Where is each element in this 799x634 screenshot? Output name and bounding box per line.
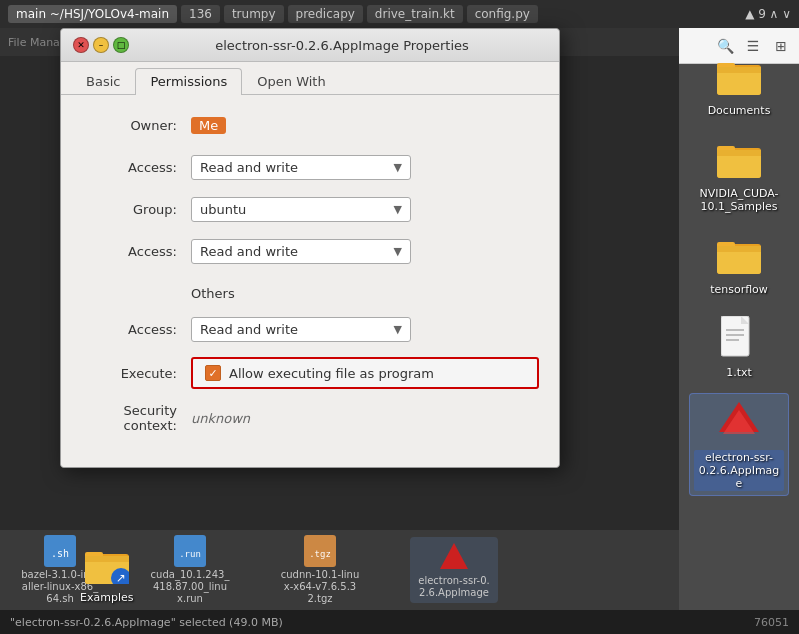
bottom-icon-appimage[interactable]: electron-ssr-0.2.6.AppImage bbox=[410, 537, 498, 603]
taskbar-item-trumpy[interactable]: trumpy bbox=[224, 5, 284, 23]
owner-access-select[interactable]: Read and write ▼ bbox=[191, 155, 411, 180]
window-buttons: ✕ – □ bbox=[73, 37, 129, 53]
chevron-down-icon: ▼ bbox=[394, 323, 402, 336]
bottom-file-label: cuda_10.1.243_418.87.00_linux.run bbox=[150, 569, 230, 605]
security-row: Security context: unknown bbox=[81, 403, 539, 433]
taskbar-item-main[interactable]: main ~/HSJ/YOLOv4-main bbox=[8, 5, 177, 23]
chevron-down-icon: ▼ bbox=[394, 245, 402, 258]
others-section-row: Others bbox=[81, 279, 539, 307]
group-access-row: Access: Read and write ▼ bbox=[81, 237, 539, 265]
svg-text:↗: ↗ bbox=[116, 571, 126, 584]
properties-dialog: ✕ – □ electron-ssr-0.2.6.AppImage Proper… bbox=[60, 28, 560, 468]
icon-label: NVIDIA_CUDA-10.1_Samples bbox=[694, 187, 784, 213]
appimage-icon bbox=[715, 398, 763, 446]
bottom-file-label: electron-ssr-0.2.6.AppImage bbox=[414, 575, 494, 599]
dialog-titlebar: ✕ – □ electron-ssr-0.2.6.AppImage Proper… bbox=[61, 29, 559, 62]
status-right: 76051 bbox=[754, 616, 789, 629]
desktop-icon-tensorflow[interactable]: tensorflow bbox=[706, 227, 772, 300]
group-access-label: Access: bbox=[81, 244, 191, 259]
folder-icon bbox=[715, 52, 763, 100]
icon-label: electron-ssr-0.2.6.AppImage bbox=[694, 450, 784, 491]
svg-text:.run: .run bbox=[179, 549, 201, 559]
taskbar-right-indicator: ▲ 9 ∧ ∨ bbox=[745, 7, 791, 21]
minimize-button[interactable]: – bbox=[93, 37, 109, 53]
svg-rect-28 bbox=[85, 556, 129, 562]
svg-rect-7 bbox=[717, 150, 761, 156]
folder-icon: ↗ bbox=[85, 546, 129, 587]
bottom-icon-cudnn[interactable]: .tgz cudnn-10.1-linux-x64-v7.6.5.32.tgz bbox=[280, 535, 360, 605]
group-label: Group: bbox=[81, 202, 191, 217]
permissions-content: Owner: Me Access: Read and write ▼ Group… bbox=[61, 95, 559, 467]
chevron-down-icon: ▼ bbox=[394, 203, 402, 216]
bottom-file-label: cudnn-10.1-linux-x64-v7.6.5.32.tgz bbox=[280, 569, 360, 605]
group-row: Group: ubuntu ▼ bbox=[81, 195, 539, 223]
desktop-icon-documents[interactable]: Documents bbox=[704, 48, 775, 121]
icon-label: tensorflow bbox=[710, 283, 768, 296]
others-access-select[interactable]: Read and write ▼ bbox=[191, 317, 411, 342]
execute-checkbox-label: Allow executing file as program bbox=[229, 366, 434, 381]
others-access-row: Access: Read and write ▼ bbox=[81, 315, 539, 343]
status-bar: "electron-ssr-0.2.6.AppImage" selected (… bbox=[0, 610, 799, 634]
taskbar: main ~/HSJ/YOLOv4-main 136 trumpy predic… bbox=[0, 0, 799, 28]
desktop-icon-1txt[interactable]: 1.txt bbox=[711, 310, 767, 383]
icon-label: Documents bbox=[708, 104, 771, 117]
group-select[interactable]: ubuntu ▼ bbox=[191, 197, 411, 222]
execute-box: ✓ Allow executing file as program bbox=[191, 357, 539, 389]
others-access-label: Access: bbox=[81, 322, 191, 337]
owner-label: Owner: bbox=[81, 118, 191, 133]
svg-rect-11 bbox=[717, 246, 761, 252]
dialog-title: electron-ssr-0.2.6.AppImage Properties bbox=[137, 38, 547, 53]
execute-checkbox[interactable]: ✓ bbox=[205, 365, 221, 381]
taskbar-item-predicapy[interactable]: predicapy bbox=[288, 5, 363, 23]
text-file-icon bbox=[715, 314, 763, 362]
owner-access-label: Access: bbox=[81, 160, 191, 175]
svg-text:.sh: .sh bbox=[51, 548, 69, 559]
owner-value: Me bbox=[191, 118, 539, 133]
tab-basic[interactable]: Basic bbox=[71, 68, 135, 94]
owner-row: Owner: Me bbox=[81, 111, 539, 139]
tab-open-with[interactable]: Open With bbox=[242, 68, 340, 94]
checkmark-icon: ✓ bbox=[208, 367, 217, 380]
folder-icon bbox=[715, 135, 763, 183]
execute-label: Execute: bbox=[81, 366, 191, 381]
maximize-button[interactable]: □ bbox=[113, 37, 129, 53]
group-access-select[interactable]: Read and write ▼ bbox=[191, 239, 411, 264]
desktop-icons-panel: Documents NVIDIA_CUDA-10.1_Samples tenso… bbox=[679, 28, 799, 574]
desktop-icon-nvidia[interactable]: NVIDIA_CUDA-10.1_Samples bbox=[690, 131, 788, 217]
status-text: "electron-ssr-0.2.6.AppImage" selected (… bbox=[10, 616, 283, 629]
bottom-icon-cuda[interactable]: .run cuda_10.1.243_418.87.00_linux.run bbox=[150, 535, 230, 605]
svg-text:.tgz: .tgz bbox=[309, 549, 331, 559]
taskbar-item-config[interactable]: config.py bbox=[467, 5, 538, 23]
close-button[interactable]: ✕ bbox=[73, 37, 89, 53]
svg-rect-3 bbox=[717, 67, 761, 73]
desktop-icon-appimage[interactable]: electron-ssr-0.2.6.AppImage bbox=[689, 393, 789, 496]
execute-row: Execute: ✓ Allow executing file as progr… bbox=[81, 357, 539, 389]
taskbar-item-drive[interactable]: drive_train.kt bbox=[367, 5, 463, 23]
security-value: unknown bbox=[191, 411, 250, 426]
chevron-down-icon: ▼ bbox=[394, 161, 402, 174]
owner-access-row: Access: Read and write ▼ bbox=[81, 153, 539, 181]
examples-label: Examples bbox=[80, 591, 133, 604]
owner-badge: Me bbox=[191, 117, 226, 134]
svg-marker-24 bbox=[440, 543, 468, 569]
owner-access-dropdown[interactable]: Read and write ▼ bbox=[191, 155, 539, 180]
dialog-tabs: Basic Permissions Open With bbox=[61, 62, 559, 95]
others-section-label: Others bbox=[191, 286, 235, 301]
desktop-icon-examples[interactable]: ↗ Examples bbox=[80, 546, 133, 604]
taskbar-item-136[interactable]: 136 bbox=[181, 5, 220, 23]
tab-permissions[interactable]: Permissions bbox=[135, 68, 242, 95]
folder-icon bbox=[715, 231, 763, 279]
icon-label: 1.txt bbox=[726, 366, 752, 379]
security-label: Security context: bbox=[81, 403, 191, 433]
